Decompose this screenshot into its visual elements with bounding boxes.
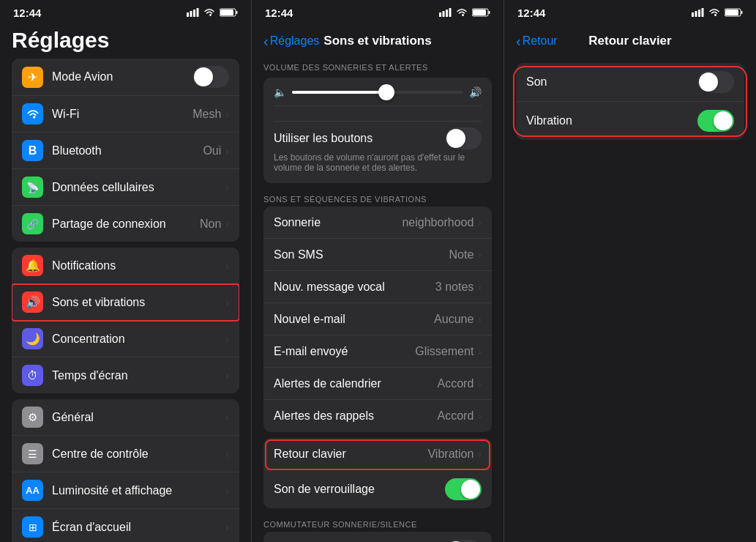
calendrier-chevron: › — [478, 378, 482, 390]
panel-settings: 12:44 Réglages — [0, 0, 252, 542]
settings-row-general[interactable]: ⚙ Général › — [12, 399, 239, 436]
wifi-row-icon — [22, 103, 43, 125]
settings-row-bluetooth[interactable]: B Bluetooth Oui › — [12, 133, 239, 169]
centre-icon: ☰ — [22, 443, 43, 464]
son-toggle[interactable] — [697, 71, 734, 93]
svg-rect-14 — [692, 12, 694, 17]
sons-row-calendrier[interactable]: Alertes de calendrier Accord › — [263, 368, 492, 400]
svg-rect-7 — [439, 12, 441, 17]
settings-group-notif: 🔔 Notifications › 🔊 Sons et vibrations ›… — [0, 248, 251, 393]
vibration-toggle[interactable] — [697, 110, 734, 132]
retour-clavier-row[interactable]: Retour clavier Vibration › — [263, 438, 492, 470]
slider-thumb[interactable] — [378, 84, 394, 100]
use-buttons-row: Utiliser les boutons — [274, 121, 482, 149]
son-verrouillage-toggle[interactable] — [445, 478, 482, 500]
settings-row-sons[interactable]: 🔊 Sons et vibrations › — [12, 284, 239, 321]
sons-row-rappels[interactable]: Alertes des rappels Accord › — [263, 400, 492, 432]
status-time-2: 12:44 — [265, 7, 293, 19]
svg-rect-19 — [741, 11, 743, 14]
sons-row-sonnerie[interactable]: Sonnerie neighborhood › — [263, 207, 492, 239]
bluetooth-value: Oui — [203, 144, 221, 157]
settings-row-ecran[interactable]: ⊞ Écran d'accueil › — [12, 509, 239, 542]
wifi-label: Wi-Fi — [52, 108, 192, 121]
svg-rect-2 — [193, 10, 195, 17]
donnees-chevron: › — [225, 182, 229, 193]
sons-icon: 🔊 — [22, 292, 43, 313]
settings-row-wifi[interactable]: Wi-Fi Mesh › — [12, 96, 239, 133]
svg-rect-8 — [443, 11, 445, 17]
nav-bar-retour: ‹ Retour Retour clavier — [504, 25, 756, 57]
use-buttons-note: Les boutons de volume n'auront pas d'eff… — [274, 149, 482, 174]
sonnerie-chevron: › — [478, 217, 482, 229]
wifi-value: Mesh — [192, 108, 221, 121]
email-chevron: › — [478, 313, 482, 325]
ecran-icon: ⊞ — [22, 516, 43, 538]
centre-chevron: › — [225, 448, 229, 460]
svg-rect-17 — [702, 8, 704, 17]
settings-row-luminosite[interactable]: AA Luminosité et affichage › — [12, 472, 239, 509]
ecran-label: Écran d'accueil — [52, 521, 225, 534]
svg-rect-0 — [187, 12, 189, 17]
status-time-3: 12:44 — [517, 7, 545, 19]
email-envoye-chevron: › — [478, 346, 482, 357]
settings-row-centre[interactable]: ☰ Centre de contrôle › — [12, 436, 239, 472]
sons-row-email-envoye[interactable]: E-mail envoyé Glissement › — [263, 335, 492, 368]
nav-back-retour[interactable]: ‹ Retour — [516, 33, 558, 50]
partage-icon: 🔗 — [22, 213, 43, 234]
notifications-icon: 🔔 — [22, 255, 43, 276]
status-bar-3: 12:44 — [504, 0, 756, 25]
rappels-label: Alertes des rappels — [274, 409, 438, 423]
status-icons-2 — [439, 8, 490, 17]
vocal-value: 3 notes — [435, 281, 474, 294]
sons-row-sms[interactable]: Son SMS Note › — [263, 239, 492, 271]
temps-icon: ⏱ — [22, 365, 43, 386]
svg-rect-9 — [446, 10, 448, 17]
use-buttons-label: Utiliser les boutons — [274, 132, 445, 145]
sons-row-vocal[interactable]: Nouv. message vocal 3 notes › — [263, 271, 492, 303]
son-label: Son — [526, 75, 697, 89]
battery-icon-2 — [472, 8, 490, 17]
nav-back-sons[interactable]: ‹ Réglages — [263, 33, 319, 50]
concentration-label: Concentration — [52, 333, 225, 346]
mode-avion-toggle[interactable] — [192, 66, 229, 88]
temps-chevron: › — [225, 370, 229, 382]
settings-row-donnees[interactable]: 📡 Données cellulaires › — [12, 169, 239, 206]
status-icons-1 — [187, 8, 238, 17]
svg-rect-6 — [220, 10, 233, 15]
wifi-icon-3 — [708, 8, 720, 17]
sms-value: Note — [449, 248, 474, 261]
settings-row-partage[interactable]: 🔗 Partage de connexion Non › — [12, 206, 239, 242]
svg-rect-16 — [698, 10, 700, 17]
page-title-bar: Réglages — [0, 25, 251, 59]
use-buttons-toggle[interactable] — [445, 127, 482, 149]
settings-row-concentration[interactable]: 🌙 Concentration › — [12, 321, 239, 357]
panel-sons: 12:44 ‹ Réglages Sons — [252, 0, 504, 542]
rappels-chevron: › — [478, 410, 482, 422]
partage-chevron: › — [225, 218, 229, 230]
nav-back-label: Réglages — [270, 34, 320, 48]
slider-fill — [292, 91, 386, 94]
retour-list: Son Vibration — [516, 63, 744, 140]
retour-list-container: Son Vibration — [504, 63, 756, 140]
retour-clavier-value: Vibration — [427, 448, 474, 461]
sms-label: Son SMS — [274, 248, 449, 261]
bluetooth-chevron: › — [225, 145, 229, 157]
volume-header: VOLUME DES SONNERIES ET ALERTES — [252, 57, 504, 75]
retour-row-son: Son — [516, 63, 744, 102]
donnees-label: Données cellulaires — [52, 181, 225, 194]
settings-row-temps[interactable]: ⏱ Temps d'écran › — [12, 357, 239, 393]
battery-icon-3 — [725, 8, 743, 17]
settings-row-mode-avion[interactable]: ✈ Mode Avion — [12, 59, 239, 96]
settings-row-notifications[interactable]: 🔔 Notifications › — [12, 248, 239, 284]
wifi-chevron: › — [225, 108, 229, 120]
volume-slider-row: 🔈 🔊 — [274, 86, 482, 98]
signal-icon-3 — [692, 8, 704, 17]
volume-slider[interactable] — [292, 91, 463, 94]
svg-rect-1 — [190, 11, 192, 17]
partage-value: Non — [200, 218, 221, 231]
svg-rect-3 — [197, 8, 199, 17]
vocal-label: Nouv. message vocal — [274, 281, 435, 294]
nav-bar-sons: ‹ Réglages Sons et vibrations — [252, 25, 504, 57]
settings-group-system: ⚙ Général › ☰ Centre de contrôle › AA Lu… — [0, 399, 251, 542]
sons-row-email[interactable]: Nouvel e-mail Aucune › — [263, 303, 492, 335]
